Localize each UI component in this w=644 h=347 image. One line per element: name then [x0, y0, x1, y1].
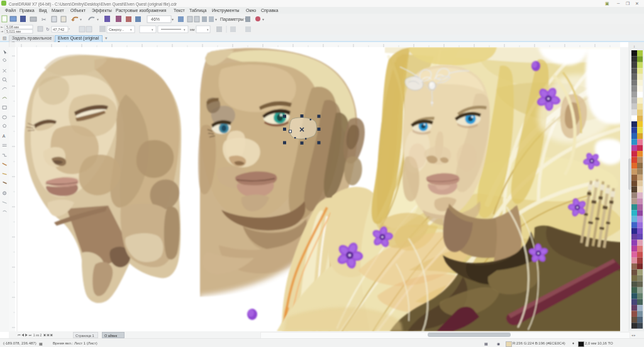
svg-text:↕: ↕ — [633, 45, 635, 48]
svg-text:Сверху...: Сверху... — [109, 28, 125, 31]
svg-text:47,742: 47,742 — [53, 28, 65, 31]
svg-text:↻: ↻ — [46, 27, 50, 31]
svg-text:°: ° — [69, 28, 70, 31]
svg-text:✂: ✂ — [42, 16, 47, 23]
svg-text:Параметры ▾: Параметры ▾ — [220, 17, 247, 22]
svg-text:▾: ▾ — [97, 18, 99, 21]
svg-text:⇥: ⇥ — [1, 30, 3, 33]
svg-text:⇤: ⇤ — [1, 25, 3, 29]
svg-text:5,08 мм: 5,08 мм — [6, 25, 19, 29]
svg-text:мм: мм — [190, 28, 195, 31]
svg-text:▾: ▾ — [215, 18, 217, 21]
svg-text:5,021 мм: 5,021 мм — [6, 30, 21, 33]
svg-text:46%: 46% — [151, 17, 160, 21]
svg-text:▾: ▾ — [262, 18, 264, 21]
svg-text:▾: ▾ — [172, 18, 174, 21]
svg-text:A: A — [3, 134, 6, 138]
svg-text:▾: ▾ — [80, 18, 82, 21]
